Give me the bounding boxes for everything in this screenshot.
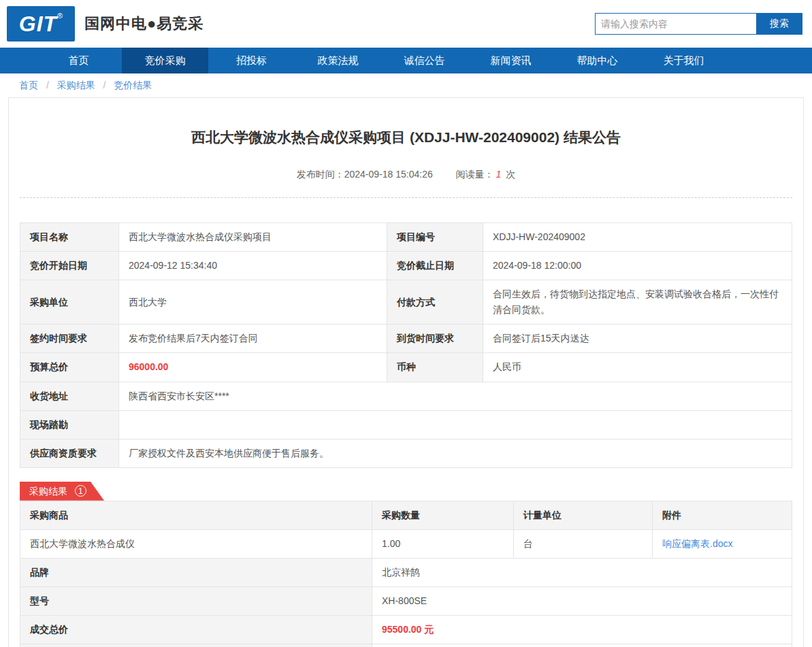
field-value: 合同签订后15天内送达 bbox=[483, 325, 792, 353]
dashed-divider bbox=[20, 197, 792, 198]
product-row: 西北大学微波水热合成仪 1.00 台 响应偏离表.docx bbox=[20, 529, 792, 558]
nav-item-about-us[interactable]: 关于我们 bbox=[640, 48, 727, 73]
nav-item-help-center[interactable]: 帮助中心 bbox=[554, 48, 640, 73]
registered-trademark-icon: ® bbox=[57, 12, 63, 20]
column-header-product: 采购商品 bbox=[20, 501, 372, 529]
breadcrumb: 首页 / 采购结果 / 竞价结果 bbox=[0, 73, 812, 97]
deal-total-price: 95500.00 元 bbox=[372, 616, 792, 644]
field-label: 签约时间要求 bbox=[20, 325, 119, 353]
procurement-result-section: 采购结果 1 采购商品 采购数量 计量单位 附件 西北大学微波水热合成仪 1.0… bbox=[20, 482, 792, 647]
attachment-cell: 响应偏离表.docx bbox=[653, 529, 792, 558]
field-label: 币种 bbox=[387, 353, 483, 382]
views-label: 阅读量： bbox=[456, 169, 494, 180]
publish-time-value: 2024-09-18 15:04:26 bbox=[344, 169, 433, 180]
field-label: 型号 bbox=[20, 587, 372, 616]
field-label: 竞价截止日期 bbox=[387, 252, 483, 280]
table-row: 收货地址 陕西省西安市长安区**** bbox=[20, 382, 792, 410]
table-row: 项目名称 西北大学微波水热合成仪采购项目 项目编号 XDJJ-HW-202409… bbox=[20, 223, 792, 252]
field-value bbox=[119, 410, 792, 439]
breadcrumb-bidding-results[interactable]: 竞价结果 bbox=[114, 80, 152, 90]
winning-supplier: 陕西赛德林科学技术有限公司 bbox=[372, 644, 792, 647]
field-label: 项目编号 bbox=[387, 223, 483, 252]
nav-item-integrity-notice[interactable]: 诚信公告 bbox=[381, 48, 468, 73]
field-label: 项目名称 bbox=[20, 223, 119, 252]
nav-item-policies[interactable]: 政策法规 bbox=[295, 48, 381, 73]
views-count: 1 bbox=[496, 169, 502, 180]
field-label: 成交供应商 bbox=[20, 644, 372, 647]
table-header-row: 采购商品 采购数量 计量单位 附件 bbox=[20, 501, 792, 529]
views-unit: 次 bbox=[506, 169, 515, 180]
procurement-result-table: 采购商品 采购数量 计量单位 附件 西北大学微波水热合成仪 1.00 台 响应偏… bbox=[20, 501, 792, 647]
nav-item-tendering[interactable]: 招投标 bbox=[208, 48, 295, 73]
nav-item-home[interactable]: 首页 bbox=[35, 48, 122, 73]
field-value: 发布竞价结果后7天内签订合同 bbox=[119, 325, 387, 353]
table-row: 现场踏勘 bbox=[20, 410, 792, 439]
field-value: 合同生效后，待货物到达指定地点、安装调试验收合格后，一次性付清合同货款。 bbox=[483, 280, 792, 325]
field-label: 付款方式 bbox=[387, 280, 483, 325]
column-header-attachment: 附件 bbox=[653, 501, 792, 529]
page-title: 西北大学微波水热合成仪采购项目 (XDJJ-HW-202409002) 结果公告 bbox=[20, 128, 792, 147]
table-row: 成交总价 95500.00 元 bbox=[20, 616, 792, 644]
model-value: XH-800SE bbox=[372, 587, 792, 616]
field-label: 成交总价 bbox=[20, 616, 372, 644]
result-badge-label: 采购结果 bbox=[29, 486, 67, 497]
article-meta: 发布时间：2024-09-18 15:04:26 阅读量：1 次 bbox=[20, 169, 792, 181]
field-value: 陕西省西安市长安区**** bbox=[119, 382, 792, 410]
site-title: 国网中电●易竞采 bbox=[84, 14, 204, 34]
column-header-unit: 计量单位 bbox=[514, 501, 653, 529]
table-row: 品牌 北京祥鹄 bbox=[20, 559, 792, 587]
field-label: 采购单位 bbox=[20, 280, 119, 325]
table-row: 成交供应商 陕西赛德林科学技术有限公司 bbox=[20, 644, 792, 647]
table-row: 竞价开始日期 2024-09-12 15:34:40 竞价截止日期 2024-0… bbox=[20, 252, 792, 280]
field-value: 厂家授权文件及西安本地供应商便于售后服务。 bbox=[119, 439, 792, 467]
table-row: 供应商资质要求 厂家授权文件及西安本地供应商便于售后服务。 bbox=[20, 439, 792, 467]
project-info-table: 项目名称 西北大学微波水热合成仪采购项目 项目编号 XDJJ-HW-202409… bbox=[20, 222, 792, 468]
product-quantity: 1.00 bbox=[372, 529, 514, 558]
field-label: 现场踏勘 bbox=[20, 410, 119, 439]
search-area: 搜索 bbox=[595, 13, 802, 35]
table-row: 型号 XH-800SE bbox=[20, 587, 792, 616]
nav-item-bidding-procurement[interactable]: 竞价采购 bbox=[122, 48, 208, 73]
attachment-link[interactable]: 响应偏离表.docx bbox=[662, 538, 732, 549]
field-label: 收货地址 bbox=[20, 382, 119, 410]
field-value: 2024-09-12 15:34:40 bbox=[119, 252, 387, 280]
main-nav: 首页 竞价采购 招投标 政策法规 诚信公告 新闻资讯 帮助中心 关于我们 bbox=[0, 48, 812, 73]
announcement-card: 西北大学微波水热合成仪采购项目 (XDJJ-HW-202409002) 结果公告… bbox=[8, 97, 804, 647]
product-name: 西北大学微波水热合成仪 bbox=[20, 529, 372, 558]
field-value: 西北大学 bbox=[119, 280, 387, 325]
breadcrumb-separator: / bbox=[103, 80, 106, 90]
breadcrumb-procurement-results[interactable]: 采购结果 bbox=[57, 80, 95, 90]
field-value: XDJJ-HW-202409002 bbox=[483, 223, 792, 252]
field-value: 西北大学微波水热合成仪采购项目 bbox=[119, 223, 387, 252]
field-label: 品牌 bbox=[20, 559, 372, 587]
field-label: 到货时间要求 bbox=[387, 325, 483, 353]
budget-total-price: 96000.00 bbox=[119, 353, 387, 382]
field-label: 供应商资质要求 bbox=[20, 439, 119, 467]
field-value: 人民币 bbox=[483, 353, 792, 382]
field-label: 预算总价 bbox=[20, 353, 119, 382]
search-input[interactable] bbox=[595, 13, 756, 35]
table-row: 预算总价 96000.00 币种 人民币 bbox=[20, 353, 792, 382]
column-header-quantity: 采购数量 bbox=[372, 501, 514, 529]
result-ribbon-badge: 采购结果 1 bbox=[20, 482, 104, 501]
result-count-badge: 1 bbox=[75, 485, 86, 497]
table-row: 签约时间要求 发布竞价结果后7天内签订合同 到货时间要求 合同签订后15天内送达 bbox=[20, 325, 792, 353]
git-logo[interactable]: GIT ® bbox=[7, 6, 75, 42]
site-header: GIT ® 国网中电●易竞采 搜索 bbox=[0, 0, 812, 48]
field-value: 2024-09-18 12:00:00 bbox=[483, 252, 792, 280]
product-unit: 台 bbox=[514, 529, 653, 558]
nav-item-news[interactable]: 新闻资讯 bbox=[468, 48, 554, 73]
logo-text: GIT bbox=[19, 10, 57, 37]
field-label: 竞价开始日期 bbox=[20, 252, 119, 280]
search-button[interactable]: 搜索 bbox=[756, 13, 802, 35]
breadcrumb-separator: / bbox=[46, 80, 49, 90]
breadcrumb-home[interactable]: 首页 bbox=[19, 80, 38, 90]
brand-value: 北京祥鹄 bbox=[372, 559, 792, 587]
table-row: 采购单位 西北大学 付款方式 合同生效后，待货物到达指定地点、安装调试验收合格后… bbox=[20, 280, 792, 325]
publish-time-label: 发布时间： bbox=[297, 169, 344, 180]
